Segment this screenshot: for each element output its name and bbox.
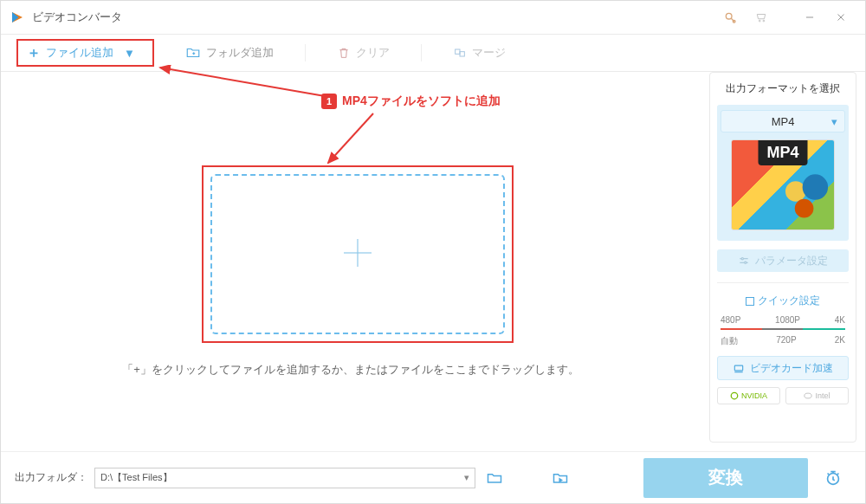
quality-slider[interactable] <box>721 328 845 330</box>
svg-point-2 <box>759 20 760 22</box>
open-folder-button[interactable] <box>482 466 507 490</box>
nvidia-badge: NVIDIA <box>717 387 780 404</box>
svg-point-20 <box>741 258 743 260</box>
app-logo-icon <box>10 10 25 25</box>
dropzone-plus-icon <box>340 236 375 274</box>
chevron-down-icon: ▾ <box>831 115 837 128</box>
add-file-label: ファイル追加 <box>46 45 113 61</box>
svg-line-12 <box>328 113 373 163</box>
svg-rect-10 <box>460 52 464 56</box>
folder-plus-icon <box>185 45 201 61</box>
output-folder-label: 出力フォルダ： <box>15 470 87 485</box>
gpu-label: ビデオカード加速 <box>750 361 833 376</box>
clear-label: クリア <box>356 45 390 61</box>
main-content: 1 MP4ファイルをソフトに追加 「+」をクリックしてファイルを追加するか、また… <box>1 72 701 443</box>
svg-rect-22 <box>734 365 742 371</box>
plus-icon: ＋ <box>27 46 41 60</box>
annotation-arrow-2 <box>321 109 382 170</box>
open-output-button[interactable] <box>548 466 572 490</box>
app-title: ビデオコンバータ <box>32 10 122 25</box>
annotation-arrow-1 <box>152 65 333 108</box>
annotation-callout: 1 MP4ファイルをソフトに追加 <box>321 94 501 109</box>
minimize-button[interactable] <box>794 4 825 30</box>
step-badge: 1 <box>321 94 337 109</box>
dropzone[interactable] <box>210 174 505 334</box>
gpu-vendors: NVIDIA Intel <box>717 387 849 404</box>
title-bar: ビデオコンバータ <box>1 1 865 34</box>
svg-point-17 <box>795 199 814 218</box>
quick-settings-title: クイック設定 <box>717 294 849 308</box>
svg-point-0 <box>726 13 732 19</box>
account-icon[interactable] <box>714 4 746 30</box>
trash-icon <box>337 46 351 60</box>
schedule-button[interactable] <box>815 460 851 496</box>
merge-icon <box>453 46 467 60</box>
output-format-select[interactable]: MP4 ▾ <box>721 110 845 132</box>
gpu-accel-button[interactable]: ビデオカード加速 <box>717 356 849 380</box>
merge-button[interactable]: マージ <box>446 39 513 67</box>
svg-point-25 <box>805 393 811 398</box>
app-window: ビデオコンバータ ＋ ファイル追加 ▼ フォルダ追加 <box>0 0 866 504</box>
intel-badge: Intel <box>785 387 849 404</box>
bottom-bar: 出力フォルダ： D:\【Test Files】 ▾ 変換 <box>1 451 865 503</box>
format-thumbnail[interactable]: MP4 <box>731 139 835 230</box>
callout-text: MP4ファイルをソフトに追加 <box>342 94 501 109</box>
output-folder-path: D:\【Test Files】 <box>100 471 172 484</box>
add-file-button[interactable]: ＋ ファイル追加 ▼ <box>16 39 154 67</box>
cart-icon[interactable] <box>746 4 777 30</box>
clear-button[interactable]: クリア <box>330 39 397 67</box>
param-label: パラメータ設定 <box>755 254 828 268</box>
toolbar: ＋ ファイル追加 ▼ フォルダ追加 クリア マージ <box>1 35 865 71</box>
convert-label: 変換 <box>708 466 743 489</box>
chevron-down-icon: ▾ <box>464 472 469 483</box>
svg-point-3 <box>763 20 765 22</box>
svg-point-16 <box>803 174 829 200</box>
quality-scale-top: 480P 1080P 4K <box>717 315 849 325</box>
add-folder-button[interactable]: フォルダ追加 <box>178 39 281 67</box>
quality-scale-bottom: 自動 720P 2K <box>717 335 849 347</box>
add-folder-label: フォルダ追加 <box>206 45 274 61</box>
svg-line-11 <box>160 68 325 96</box>
svg-point-24 <box>731 392 738 399</box>
close-button[interactable] <box>825 4 856 30</box>
chevron-down-icon: ▼ <box>124 47 135 60</box>
svg-point-21 <box>745 262 746 263</box>
output-format-value: MP4 <box>772 115 795 128</box>
right-panel-title: 出力フォーマットを選択 <box>717 81 849 96</box>
right-panel: 出力フォーマットを選択 MP4 ▾ MP4 パラメータ設定 クイック設定 480… <box>709 72 856 443</box>
parameter-settings-button[interactable]: パラメータ設定 <box>717 249 849 272</box>
dropzone-hint: 「+」をクリックしてファイルを追加するか、またはファイルをここまでドラッグします… <box>1 362 701 378</box>
merge-label: マージ <box>472 45 506 61</box>
dropzone-highlight <box>202 165 514 343</box>
convert-button[interactable]: 変換 <box>643 458 808 498</box>
svg-rect-9 <box>456 49 460 54</box>
output-folder-select[interactable]: D:\【Test Files】 ▾ <box>94 468 475 488</box>
format-badge: MP4 <box>758 140 807 165</box>
